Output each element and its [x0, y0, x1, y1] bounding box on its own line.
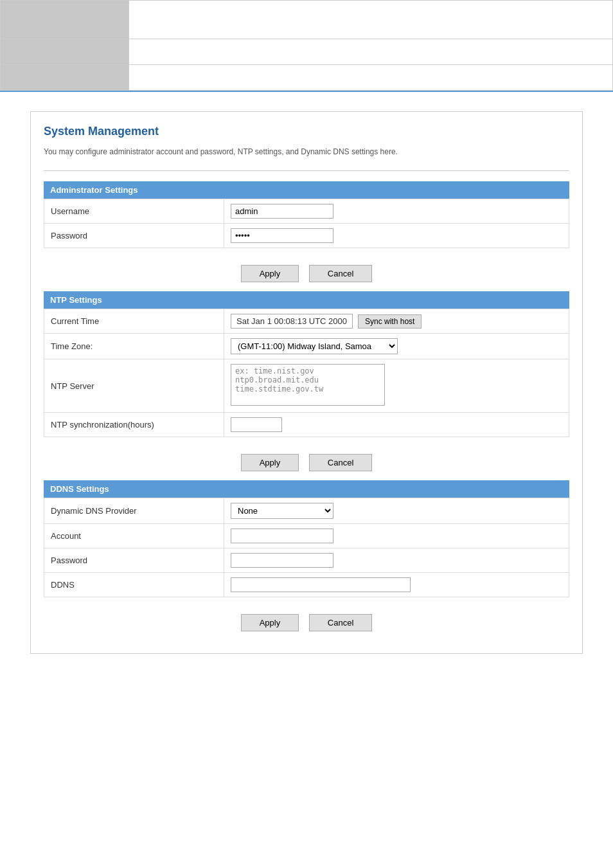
ddns-password-cell	[224, 548, 569, 573]
username-input[interactable]	[231, 204, 333, 219]
admin-password-input[interactable]	[231, 228, 333, 243]
admin-apply-button[interactable]: Apply	[241, 265, 299, 282]
current-time-label: Current Time	[44, 309, 224, 334]
current-time-value: Sat Jan 1 00:08:13 UTC 2000	[231, 314, 353, 329]
nav-row-2	[1, 39, 613, 65]
account-row: Account	[44, 524, 569, 548]
top-navigation	[0, 0, 613, 92]
provider-cell: None	[224, 498, 569, 524]
ddns-form-table: Dynamic DNS Provider None Account Passwo…	[44, 498, 569, 597]
main-content: System Management You may configure admi…	[0, 92, 613, 673]
ddns-input[interactable]	[231, 577, 411, 592]
sync-with-host-button[interactable]: Sync with host	[358, 314, 422, 329]
nav-row-3	[1, 65, 613, 91]
nav-row-1	[1, 1, 613, 39]
timezone-select[interactable]: (GMT-11:00) Midway Island, Samoa	[231, 338, 398, 354]
panel-divider	[44, 170, 569, 171]
ntp-server-row: NTP Server ex: time.nist.gov ntp0.broad.…	[44, 359, 569, 413]
password-label: Password	[44, 224, 224, 248]
current-time-row: Current Time Sat Jan 1 00:08:13 UTC 2000…	[44, 309, 569, 334]
password-row: Password	[44, 224, 569, 248]
nav-table	[0, 0, 613, 91]
ddns-password-input[interactable]	[231, 553, 333, 568]
ntp-server-cell: ex: time.nist.gov ntp0.broad.mit.edu tim…	[224, 359, 569, 413]
timezone-row: Time Zone: (GMT-11:00) Midway Island, Sa…	[44, 334, 569, 359]
nav-label-3	[1, 65, 129, 91]
nav-content-3	[129, 65, 613, 91]
nav-content-1	[129, 1, 613, 39]
admin-buttons-row: Apply Cancel	[44, 258, 569, 291]
password-cell	[224, 224, 569, 248]
ntp-sync-row: NTP synchronization(hours)	[44, 413, 569, 437]
provider-select[interactable]: None	[231, 503, 333, 519]
ntp-sync-label: NTP synchronization(hours)	[44, 413, 224, 437]
username-cell	[224, 199, 569, 224]
current-time-cell: Sat Jan 1 00:08:13 UTC 2000 Sync with ho…	[224, 309, 569, 334]
ntp-sync-cell	[224, 413, 569, 437]
provider-label: Dynamic DNS Provider	[44, 498, 224, 524]
ntp-form-table: Current Time Sat Jan 1 00:08:13 UTC 2000…	[44, 309, 569, 437]
system-management-panel: System Management You may configure admi…	[30, 111, 583, 654]
ntp-server-label: NTP Server	[44, 359, 224, 413]
timezone-cell: (GMT-11:00) Midway Island, Samoa	[224, 334, 569, 359]
panel-description: You may configure administrator account …	[44, 146, 569, 158]
ntp-buttons-row: Apply Cancel	[44, 448, 569, 480]
ddns-cell	[224, 573, 569, 597]
admin-cancel-button[interactable]: Cancel	[309, 265, 372, 282]
ntp-server-input[interactable]: ex: time.nist.gov ntp0.broad.mit.edu tim…	[231, 364, 385, 406]
ddns-cancel-button[interactable]: Cancel	[309, 614, 372, 631]
username-row: Username	[44, 199, 569, 224]
ntp-apply-button[interactable]: Apply	[241, 454, 299, 471]
panel-title: System Management	[44, 125, 569, 138]
provider-row: Dynamic DNS Provider None	[44, 498, 569, 524]
ddns-section-header: DDNS Settings	[44, 480, 569, 498]
ddns-apply-button[interactable]: Apply	[241, 614, 299, 631]
ddns-label: DDNS	[44, 573, 224, 597]
current-time-container: Sat Jan 1 00:08:13 UTC 2000 Sync with ho…	[231, 314, 562, 329]
ddns-account-input[interactable]	[231, 529, 333, 543]
admin-form-table: Username Password	[44, 199, 569, 248]
account-label: Account	[44, 524, 224, 548]
ntp-cancel-button[interactable]: Cancel	[309, 454, 372, 471]
timezone-label: Time Zone:	[44, 334, 224, 359]
ntp-section-header: NTP Settings	[44, 291, 569, 309]
ddns-buttons-row: Apply Cancel	[44, 608, 569, 640]
account-cell	[224, 524, 569, 548]
nav-label-1	[1, 1, 129, 39]
admin-section-header: Adminstrator Settings	[44, 181, 569, 199]
ddns-row: DDNS	[44, 573, 569, 597]
ntp-sync-input[interactable]	[231, 417, 282, 432]
ddns-password-row: Password	[44, 548, 569, 573]
ddns-password-label: Password	[44, 548, 224, 573]
nav-content-2	[129, 39, 613, 65]
nav-label-2	[1, 39, 129, 65]
username-label: Username	[44, 199, 224, 224]
